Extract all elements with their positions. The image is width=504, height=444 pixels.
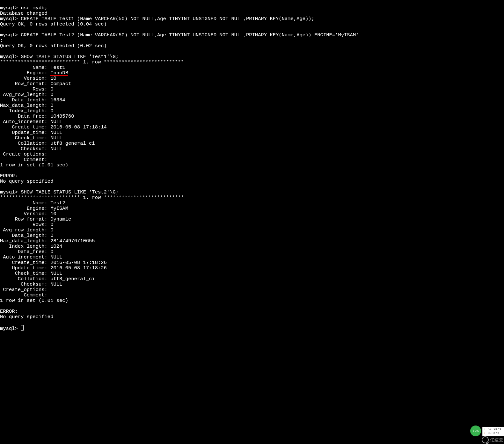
field-rowformat-value: Dynamic xyxy=(50,216,71,222)
field-rowformat-value: Compact xyxy=(50,81,71,87)
field-rows-value: 0 xyxy=(50,86,53,92)
field-collation-value: utf8_general_ci xyxy=(50,141,95,146)
field-createopts-label: Create_options: xyxy=(0,287,47,293)
field-indexlen-value: 0 xyxy=(50,108,53,114)
field-version-label: Version: xyxy=(0,211,50,217)
prompt: mysql> xyxy=(0,32,18,38)
prompt: mysql> xyxy=(0,326,18,331)
field-checktime-label: Check_time: xyxy=(0,271,50,276)
msg-error: ERROR: xyxy=(0,173,18,179)
field-engine-label: Engine: xyxy=(0,70,50,76)
field-autoincr-value: NULL xyxy=(50,119,62,125)
field-maxdatalen-label: Max_data_length: xyxy=(0,238,50,244)
field-collation-label: Collation: xyxy=(0,141,50,146)
field-autoincr-value: NULL xyxy=(50,254,62,260)
field-checktime-value: NULL xyxy=(50,271,62,276)
msg-noquery: No query specified xyxy=(0,178,53,184)
field-version-label: Version: xyxy=(0,76,50,81)
prompt: mysql> xyxy=(0,189,18,195)
field-updatetime-label: Update_time: xyxy=(0,130,50,135)
field-createtime-value: 2016-05-08 17:18:14 xyxy=(50,124,107,130)
cmd-create-test1: CREATE TABLE Test1 (Name VARCHAR(50) NOT… xyxy=(21,16,314,22)
field-checktime-value: NULL xyxy=(50,135,62,141)
field-datafree-label: Data_free: xyxy=(0,249,50,255)
cmd-status-test1: SHOW TABLE STATUS LIKE 'Test1'\G; xyxy=(21,54,119,60)
field-checksum-value: NULL xyxy=(50,146,62,152)
field-maxdatalen-value: 281474976710655 xyxy=(50,238,95,244)
field-indexlen-label: Index_length: xyxy=(0,108,50,114)
row-separator: *************************** 1. row *****… xyxy=(0,59,184,65)
field-checksum-value: NULL xyxy=(50,281,62,287)
row-separator: *************************** 1. row *****… xyxy=(0,195,184,200)
field-checksum-label: Checksum: xyxy=(0,281,50,287)
field-engine-value-highlighted: MyISAM xyxy=(50,206,68,211)
field-checksum-label: Checksum: xyxy=(0,146,50,152)
field-rows-value: 0 xyxy=(50,222,53,228)
field-autoincr-label: Auto_increment: xyxy=(0,254,50,260)
field-datalen-value: 16384 xyxy=(50,97,65,103)
field-rows-label: Rows: xyxy=(0,222,50,228)
terminal-output[interactable]: mysql> use mydb; Database changed mysql>… xyxy=(0,0,504,331)
field-collation-label: Collation: xyxy=(0,276,50,282)
field-name-value: Test1 xyxy=(50,65,65,70)
field-createtime-label: Create_time: xyxy=(0,260,50,266)
field-updatetime-value: 2016-05-08 17:18:26 xyxy=(50,265,107,271)
field-avgrowlen-value: 0 xyxy=(50,227,53,233)
field-datafree-label: Data_free: xyxy=(0,113,50,119)
msg-rowset2: 1 row in set (0.01 sec) xyxy=(0,298,68,303)
field-rows-label: Rows: xyxy=(0,86,50,92)
field-autoincr-label: Auto_increment: xyxy=(0,119,50,125)
field-datalen-label: Data_length: xyxy=(0,97,50,103)
cursor[interactable] xyxy=(21,325,24,331)
field-avgrowlen-label: Avg_row_length: xyxy=(0,92,50,98)
cmd-create-test2-tail: ; xyxy=(0,38,3,43)
field-createtime-value: 2016-05-08 17:18:26 xyxy=(50,260,107,266)
msg-create2-ok: Query OK, 0 rows affected (0.02 sec) xyxy=(0,43,107,49)
prompt: mysql> xyxy=(0,54,18,60)
field-rowformat-label: Row_format: xyxy=(0,216,50,222)
field-engine-label: Engine: xyxy=(0,206,50,211)
field-datafree-value: 0 xyxy=(50,249,53,255)
field-version-value: 10 xyxy=(50,211,56,217)
msg-db-changed: Database changed xyxy=(0,11,47,16)
field-comment-label: Comment: xyxy=(0,157,47,163)
field-name-label: Name: xyxy=(0,65,50,70)
field-updatetime-value: NULL xyxy=(50,130,62,135)
field-createopts-label: Create_options: xyxy=(0,151,47,157)
field-datafree-value: 10485760 xyxy=(50,113,74,119)
field-avgrowlen-value: 0 xyxy=(50,92,53,98)
field-datalen-label: Data_length: xyxy=(0,233,50,238)
msg-rowset1: 1 row in set (0.01 sec) xyxy=(0,162,68,168)
field-checktime-label: Check_time: xyxy=(0,135,50,141)
msg-noquery: No query specified xyxy=(0,314,53,320)
field-avgrowlen-label: Avg_row_length: xyxy=(0,227,50,233)
field-indexlen-label: Index_length: xyxy=(0,244,50,249)
cmd-use: use mydb; xyxy=(21,5,47,11)
field-indexlen-value: 1024 xyxy=(50,244,62,249)
field-datalen-value: 0 xyxy=(50,233,53,238)
msg-error: ERROR: xyxy=(0,309,18,314)
field-createtime-label: Create_time: xyxy=(0,124,50,130)
field-name-label: Name: xyxy=(0,200,50,206)
field-maxdatalen-value: 0 xyxy=(50,103,53,108)
msg-create1-ok: Query OK, 0 rows affected (0.04 sec) xyxy=(0,21,107,27)
field-engine-value-highlighted: InnoDB xyxy=(50,71,68,76)
field-version-value: 10 xyxy=(50,76,56,81)
prompt: mysql> xyxy=(0,5,18,11)
field-comment-label: Comment: xyxy=(0,292,47,298)
field-rowformat-label: Row_format: xyxy=(0,81,50,87)
prompt: mysql> xyxy=(0,16,18,22)
field-collation-value: utf8_general_ci xyxy=(50,276,95,282)
cmd-status-test2: SHOW TABLE STATUS LIKE 'Test2'\G; xyxy=(21,189,119,195)
field-updatetime-label: Update_time: xyxy=(0,265,50,271)
field-maxdatalen-label: Max_data_length: xyxy=(0,103,50,108)
field-name-value: Test2 xyxy=(50,200,65,206)
cmd-create-test2: CREATE TABLE Test2 (Name VARCHAR(50) NOT… xyxy=(21,32,359,38)
